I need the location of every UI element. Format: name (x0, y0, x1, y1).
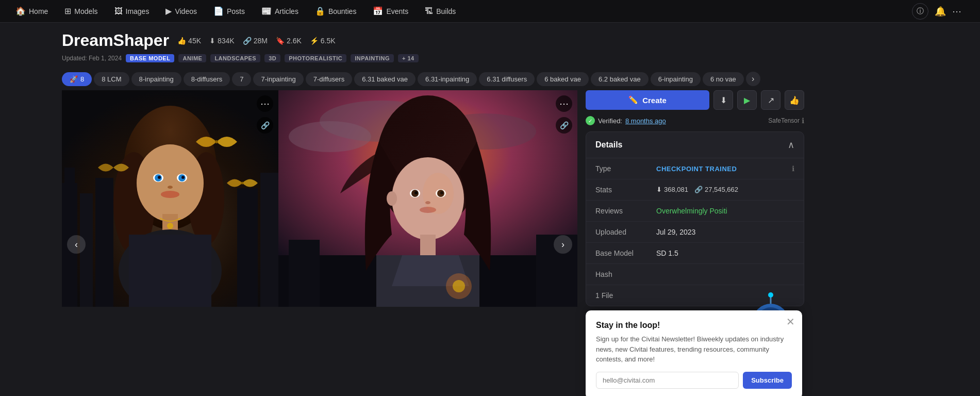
info-header-button[interactable]: ⓘ (912, 3, 928, 20)
stats-label: Stats (595, 186, 652, 194)
tag-anime[interactable]: ANIME (178, 54, 206, 62)
version-tab-631inpainting[interactable]: 6.31-inpainting (418, 72, 477, 86)
home-icon: 🏠 (15, 6, 26, 16)
version-tab-7diffusers[interactable]: 7-diffusers (306, 72, 352, 86)
version-tab-8[interactable]: 🚀 8 (62, 72, 92, 86)
content-row: ⋯ 🔗 ‹ (62, 90, 980, 396)
svg-point-48 (453, 280, 465, 292)
details-title: Details (595, 140, 622, 150)
nav-home[interactable]: 🏠 Home (8, 3, 55, 19)
version-tab-62baked[interactable]: 6.2 baked vae (591, 72, 649, 86)
svg-rect-5 (237, 188, 258, 307)
type-label: Type (595, 164, 652, 173)
version-tab-7inpainting[interactable]: 7-inpainting (253, 72, 303, 86)
tag-more[interactable]: + 14 (398, 54, 419, 62)
tag-base-model[interactable]: BASE MODEL (126, 54, 174, 62)
gallery-next-button[interactable]: › (554, 235, 572, 254)
verified-time-link[interactable]: 8 months ago (625, 117, 666, 125)
nav-models-label: Models (74, 7, 97, 15)
base-model-value: SD 1.5 (656, 249, 794, 257)
posts-icon: 📄 (213, 6, 224, 16)
nav-videos[interactable]: ▶ Videos (158, 3, 204, 19)
nav-bounties[interactable]: 🔒 Bounties (308, 3, 363, 19)
svg-point-43 (387, 191, 397, 206)
header-icons: ⓘ 🔔 ⋯ (912, 3, 972, 20)
version-tab-8inpainting[interactable]: 8-inpainting (131, 72, 181, 86)
right-image-link-button[interactable]: 🔗 (556, 117, 572, 134)
tab-62baked-label: 6.2 baked vae (599, 75, 641, 83)
tag-landscapes[interactable]: LANDSCAPES (210, 54, 260, 62)
version-tab-6novae[interactable]: 6 no vae (703, 72, 744, 86)
version-tab-631diffusers[interactable]: 6.31 diffusers (479, 72, 535, 86)
right-image-menu-button[interactable]: ⋯ (556, 95, 572, 112)
more-options-button[interactable]: ⋯ (952, 6, 961, 17)
safetensor-info-icon[interactable]: ℹ (802, 117, 804, 125)
builds-icon: 🏗 (425, 7, 433, 16)
tag-photorealistic[interactable]: PHOTOREALISTIC (285, 54, 346, 62)
create-label: Create (642, 96, 667, 105)
version-tab-631baked[interactable]: 6.31 baked vae (354, 72, 416, 86)
tab-8-label: 8 (80, 75, 84, 83)
tab-6inpainting-label: 6-inpainting (658, 75, 693, 83)
details-card-wrapper: Details ∧ Type CHECKPOINT TRAINED ℹ Stat… (586, 131, 804, 396)
create-button[interactable]: ✏️ Create (586, 90, 709, 110)
bolt-value: 6.5K (321, 37, 336, 45)
details-collapse-icon[interactable]: ∧ (788, 139, 794, 151)
svg-point-24 (167, 223, 173, 229)
bolt-icon: ⚡ (310, 37, 319, 45)
svg-rect-30 (289, 240, 320, 307)
nav-articles[interactable]: 📰 Articles (254, 3, 306, 19)
base-model-label: Base Model (595, 249, 652, 257)
image-gallery: ⋯ 🔗 ‹ (62, 90, 577, 396)
version-tab-6baked[interactable]: 6 baked vae (537, 72, 589, 86)
tabs-scroll-right[interactable]: › (746, 72, 760, 86)
details-uploaded-row: Uploaded Jul 29, 2023 (586, 222, 804, 243)
gallery-image-left[interactable]: ⋯ 🔗 ‹ (62, 90, 278, 396)
likes-stat: 👍 45K (177, 37, 201, 45)
svg-rect-4 (95, 178, 113, 307)
gallery-image-right[interactable]: ⋯ 🔗 › (278, 90, 577, 396)
version-tab-8diffusers[interactable]: 8-diffusers (184, 72, 230, 86)
uploaded-label: Uploaded (595, 228, 652, 236)
left-image-menu-button[interactable]: ⋯ (257, 95, 273, 112)
nav-articles-label: Articles (275, 7, 298, 15)
type-info-icon[interactable]: ℹ (792, 164, 794, 173)
model-stats: 👍 45K ⬇ 834K 🔗 28M 🔖 2.6K ⚡ 6.5K (177, 37, 335, 45)
tag-3d[interactable]: 3D (264, 54, 280, 62)
tab-7-label: 7 (240, 75, 243, 83)
nav-posts[interactable]: 📄 Posts (206, 3, 252, 19)
share-button[interactable]: ↗ (761, 90, 780, 110)
version-tab-7[interactable]: 7 (232, 72, 251, 86)
tab-8diffusers-label: 8-diffusers (191, 75, 222, 83)
details-hash-row: Hash (586, 264, 804, 285)
download-button[interactable]: ⬇ (713, 90, 733, 110)
right-panel: ✏️ Create ⬇ ▶ ↗ 👍 ✓ Verified: 8 months a… (577, 90, 804, 396)
hash-label: Hash (595, 270, 652, 278)
newsletter-subscribe-button[interactable]: Subscribe (743, 372, 792, 389)
newsletter-email-input[interactable] (596, 372, 739, 389)
downloads-stat: ⬇ 834K (209, 37, 235, 45)
version-tab-8lcm[interactable]: 8 LCM (94, 72, 129, 86)
play-button[interactable]: ▶ (737, 90, 757, 110)
nav-images[interactable]: 🖼 Images (107, 4, 157, 19)
nav-models[interactable]: ⊞ Models (57, 3, 105, 19)
nav-events[interactable]: 📅 Events (366, 3, 416, 19)
verified-text: Verified: (598, 117, 622, 125)
notification-button[interactable]: 🔔 (935, 6, 946, 17)
tab-631inpainting-label: 6.31-inpainting (425, 75, 469, 83)
svg-point-28 (289, 121, 371, 152)
left-image-link-button[interactable]: 🔗 (257, 117, 273, 134)
svg-point-16 (181, 176, 185, 179)
svg-rect-44 (420, 235, 436, 255)
version-tab-6inpainting[interactable]: 6-inpainting (651, 72, 701, 86)
thumbs-up-button[interactable]: 👍 (785, 90, 804, 110)
tag-inpainting[interactable]: INPAINTING (351, 54, 394, 62)
newsletter-popup: ✕ Stay in the loop! Sign up for the Civi… (586, 310, 802, 396)
nav-builds[interactable]: 🏗 Builds (418, 4, 463, 19)
newsletter-close-button[interactable]: ✕ (786, 316, 795, 328)
nav-bounties-label: Bounties (328, 7, 356, 15)
svg-point-18 (161, 191, 179, 198)
reviews-value[interactable]: Overwhelmingly Positi (656, 207, 794, 215)
nav-images-label: Images (126, 7, 150, 15)
gallery-prev-button[interactable]: ‹ (67, 235, 86, 254)
